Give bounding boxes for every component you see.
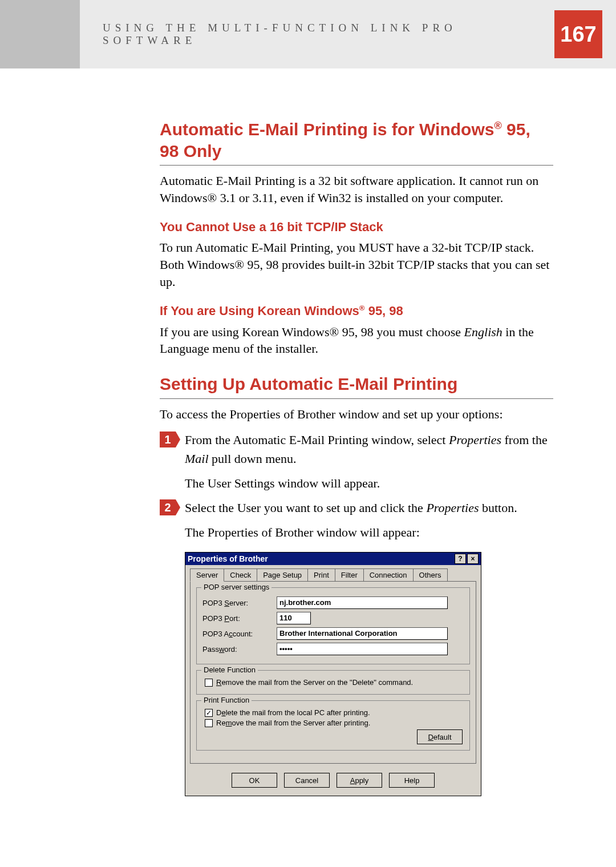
checkbox-remove-server-after-print[interactable]: Remove the mail from the Server after pr… [205, 719, 464, 727]
emphasis: Mail [185, 451, 209, 466]
tab-connection[interactable]: Connection [363, 568, 414, 581]
heading-korean-post: 95, 98 [365, 304, 403, 318]
text: From the Automatic E-Mail Printing windo… [185, 433, 449, 447]
step-followup: The Properties of Brother window will ap… [185, 525, 420, 539]
ok-button[interactable]: OK [232, 773, 277, 788]
checkbox-remove-on-delete[interactable]: Remove the mail from the Server on the "… [205, 678, 464, 687]
paragraph-auto-email: Automatic E-Mail Printing is a 32 bit so… [160, 172, 553, 206]
registered-mark: ® [494, 120, 501, 131]
checkbox-icon[interactable] [205, 719, 213, 727]
chapter-label: USING THE MULTI-FUNCTION LINK PRO SOFTWA… [103, 22, 554, 47]
tab-check[interactable]: Check [224, 568, 257, 581]
heading-korean-pre: If You are Using Korean Windows [160, 304, 359, 318]
label-pop3-server: POP3 Server: [202, 599, 277, 607]
page-content: Automatic E-Mail Printing is for Windows… [0, 68, 616, 796]
heading-tcpip: You Cannot Use a 16 bit TCP/IP Stack [160, 220, 553, 235]
step-number-badge: 1 [160, 432, 176, 447]
paragraph-tcpip: To run Automatic E-Mail Printing, you MU… [160, 239, 553, 290]
field-pop3-server: POP3 Server: nj.brother.com [202, 596, 464, 609]
group-print-function: Print Function Delete the mail from the … [196, 700, 470, 751]
label-pop3-port: POP3 Port: [202, 614, 277, 623]
field-pop3-port: POP3 Port: 110 [202, 612, 464, 624]
dialog-tabs: Server Check Page Setup Print Filter Con… [185, 565, 481, 581]
steps-list: 1 From the Automatic E-Mail Printing win… [160, 430, 553, 542]
heading-setup: Setting Up Automatic E-Mail Printing [160, 373, 553, 399]
checkbox-label: Remove the mail from the Server after pr… [216, 719, 370, 727]
input-password[interactable]: ••••• [277, 643, 448, 655]
checkbox-icon[interactable] [205, 709, 213, 717]
dialog-button-row: OK Cancel Apply Help [185, 768, 481, 796]
properties-dialog: Properties of Brother ? × Server Check P… [185, 552, 481, 796]
text: If you are using Korean Windows® 95, 98 … [160, 325, 464, 339]
text: button. [479, 501, 517, 515]
input-pop3-port[interactable]: 110 [277, 612, 311, 624]
input-pop3-account[interactable]: Brother International Corporation [277, 627, 448, 640]
tab-page-setup[interactable]: Page Setup [257, 568, 308, 581]
field-pop3-account: POP3 Account: Brother International Corp… [202, 627, 464, 640]
paragraph-setup-intro: To access the Properties of Brother wind… [160, 406, 553, 423]
dialog-panel: POP server settings POP3 Server: nj.brot… [190, 581, 476, 764]
text: pull down menu. [209, 451, 297, 466]
group-delete-function: Delete Function Remove the mail from the… [196, 670, 470, 695]
field-password: Password: ••••• [202, 643, 464, 655]
group-title: POP server settings [201, 583, 271, 591]
checkbox-label: Remove the mail from the Server on the "… [216, 678, 413, 687]
heading-text-pre: Automatic E-Mail Printing is for Windows [160, 120, 494, 139]
dialog-titlebar: Properties of Brother ? × [185, 553, 481, 565]
tab-others[interactable]: Others [413, 568, 448, 581]
text: from the [501, 433, 548, 447]
label-password: Password: [202, 645, 277, 654]
group-title: Delete Function [201, 666, 258, 674]
emphasis: Properties [449, 433, 501, 447]
checkbox-delete-local-after-print[interactable]: Delete the mail from the local PC after … [205, 708, 464, 717]
input-pop3-server[interactable]: nj.brother.com [277, 596, 448, 609]
close-icon[interactable]: × [467, 554, 479, 564]
emphasis: English [464, 325, 502, 339]
dialog-title: Properties of Brother [188, 554, 453, 563]
apply-button[interactable]: Apply [337, 773, 382, 788]
emphasis: Properties [426, 501, 479, 515]
step-followup: The User Settings window will appear. [185, 476, 380, 490]
registered-mark: ® [359, 304, 365, 312]
step-1: 1 From the Automatic E-Mail Printing win… [160, 430, 553, 493]
tab-print[interactable]: Print [307, 568, 335, 581]
heading-korean: If You are Using Korean Windows® 95, 98 [160, 304, 553, 318]
default-button[interactable]: Default [417, 729, 463, 744]
text: Select the User you want to set up and c… [185, 501, 426, 515]
help-icon[interactable]: ? [455, 554, 466, 564]
group-title: Print Function [201, 696, 252, 704]
label-pop3-account: POP3 Account: [202, 630, 277, 638]
page-number-badge: 167 [554, 10, 602, 58]
tab-server[interactable]: Server [190, 568, 224, 582]
page-header: USING THE MULTI-FUNCTION LINK PRO SOFTWA… [0, 0, 616, 68]
tab-filter[interactable]: Filter [335, 568, 364, 581]
group-pop-server: POP server settings POP3 Server: nj.brot… [196, 587, 470, 664]
cancel-button[interactable]: Cancel [284, 773, 330, 788]
checkbox-icon[interactable] [205, 679, 213, 687]
help-button[interactable]: Help [389, 773, 435, 788]
checkbox-label: Delete the mail from the local PC after … [216, 708, 370, 717]
step-2: 2 Select the User you want to set up and… [160, 498, 553, 542]
step-number-badge: 2 [160, 499, 176, 515]
heading-auto-email: Automatic E-Mail Printing is for Windows… [160, 119, 553, 166]
paragraph-korean: If you are using Korean Windows® 95, 98 … [160, 324, 553, 357]
